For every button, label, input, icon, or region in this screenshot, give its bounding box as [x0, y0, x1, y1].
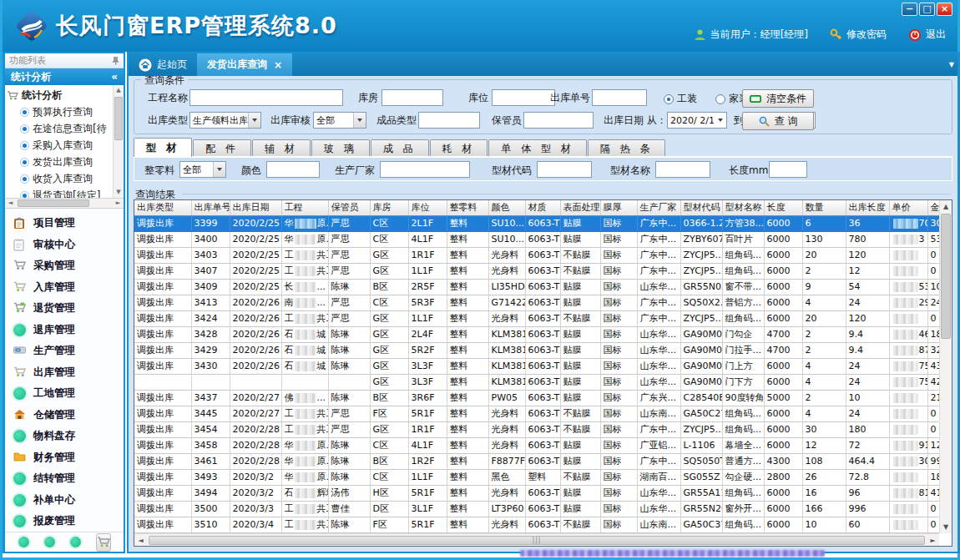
material-tab[interactable]: 型 材 — [134, 138, 192, 157]
scroll-left-icon[interactable]: ◄ — [134, 537, 147, 544]
material-tab[interactable]: 辅 材 — [252, 139, 311, 157]
table-row[interactable]: 调拨出库34242020/2/26工共工程严思G区1L1F整料光身料6063-T… — [134, 310, 952, 326]
sidebar-item-退货管理[interactable]: 退货管理 — [5, 298, 124, 320]
tree-item[interactable]: 预算执行查询 — [7, 103, 112, 120]
keeper-input[interactable] — [523, 112, 594, 129]
sidebar-item-仓储管理[interactable]: 仓储管理 — [5, 404, 124, 426]
sidebar-item-补单中心[interactable]: 补单中心 — [5, 489, 124, 511]
tree-item[interactable]: 采购入库查询 — [7, 137, 112, 154]
table-row[interactable]: 调拨出库34932020/3/2华原...陈琳C区1L1F整料黑色塑料不贴膜国标… — [134, 469, 952, 485]
length-input[interactable] — [769, 161, 807, 178]
column-header[interactable]: 表面处理 — [560, 200, 600, 215]
minimize-button[interactable]: − — [902, 3, 917, 16]
logout-button[interactable]: 退出 — [908, 28, 946, 42]
table-row[interactable]: 调拨出库34582020/2/28华原...陈琳C区4L1F整料光身料6063-… — [134, 437, 952, 453]
scrollbar-thumb[interactable]: ||| — [149, 536, 925, 545]
color-input[interactable] — [266, 161, 320, 178]
table-row[interactable]: 调拨出库33992020/2/25华原...严思C区2L1F整料SU10...6… — [134, 215, 952, 231]
sidebar-item-退库管理[interactable]: 退库管理 — [5, 319, 124, 341]
warehouse-input[interactable] — [381, 89, 443, 106]
whole-part-select[interactable]: 全部 — [179, 161, 226, 178]
scrollbar-thumb[interactable] — [941, 214, 951, 339]
scroll-right-icon[interactable]: ► — [113, 199, 124, 206]
sidebar-item-采购管理[interactable]: 采购管理 — [5, 255, 124, 277]
material-tab[interactable]: 隔 热 条 — [588, 139, 666, 157]
section-header-statistics[interactable]: 统计分析 « — [5, 68, 124, 85]
column-header[interactable]: 工程 — [281, 200, 328, 215]
table-row[interactable]: 调拨出库34282020/2/26石城陈琳G区2L4F整料KLM38176063… — [134, 326, 952, 342]
table-row[interactable]: 调拨出库34092020/2/25长...陈琳B区2R5F整料LI35HD606… — [134, 279, 952, 295]
table-row[interactable]: 调拨出库34452020/2/27工共工程严思F区5R1F整料光身料6063-T… — [134, 406, 952, 421]
search-button[interactable]: 查 询 — [742, 112, 814, 130]
location-input[interactable] — [492, 89, 555, 106]
maximize-button[interactable]: □ — [919, 3, 935, 16]
sidebar-item-入库管理[interactable]: 入库管理 — [5, 276, 124, 298]
order-no-input[interactable] — [592, 89, 647, 106]
table-row[interactable]: 调拨出库34132020/2/26南...严思C区5R3F整料G71422606… — [134, 295, 952, 310]
table-row[interactable]: 调拨出库34372020/2/27佛...陈琳B区3R6F整料PW056063-… — [134, 390, 952, 406]
scroll-down-icon[interactable]: ▼ — [940, 521, 952, 533]
radio-gongzhuang[interactable]: 工装 — [664, 92, 697, 106]
scroll-left-icon[interactable]: ◄ — [5, 199, 16, 206]
tree-item[interactable]: 退货查询[待定] — [7, 187, 112, 199]
table-row[interactable]: 调拨出库35102020/3/4工共工程陈琳F区5R1F整料光身料6063-T5… — [134, 517, 952, 532]
pin-icon[interactable] — [112, 56, 119, 65]
table-row[interactable]: 调拨出库34292020/2/26石城陈琳G区5R2F整料KLM38176063… — [134, 342, 952, 358]
material-tab[interactable]: 单 体 型 材 — [488, 139, 586, 157]
tree-vertical-scrollbar[interactable]: ▲ ▼ — [113, 85, 124, 198]
column-header[interactable]: 库位 — [408, 200, 447, 215]
table-row[interactable]: 调拨出库34612020/2/28华原...陈琳B区1R2F整料F8877FT6… — [134, 453, 952, 469]
clear-conditions-button[interactable]: 清空条件 — [742, 89, 814, 108]
scrollbar-thumb[interactable] — [114, 97, 123, 140]
sidebar-item-财务管理[interactable]: 财务管理 — [5, 446, 124, 468]
project-name-input[interactable] — [189, 89, 343, 106]
column-header[interactable]: 型材名称 — [722, 200, 764, 215]
column-header[interactable]: 出库日期 — [230, 200, 281, 215]
column-header[interactable]: 颜色 — [488, 200, 525, 215]
table-row[interactable]: 调拨出库35002020/3/3工共工程曹佳D区3L1F整料LT3P606063… — [134, 501, 952, 517]
grid-horizontal-scrollbar[interactable]: ◄ ||| ► — [134, 533, 939, 546]
column-header[interactable]: 整零料 — [447, 200, 488, 215]
column-header[interactable]: 长度 — [764, 200, 802, 215]
column-header[interactable]: 出库单号 — [191, 200, 230, 215]
column-header[interactable]: 膜厚 — [600, 200, 637, 215]
column-header[interactable]: 库房 — [370, 200, 408, 215]
table-row[interactable]: 调拨出库34542020/2/28工共工程严思G区1R1F整料光身料6063-T… — [134, 421, 952, 437]
tree-root-statistics[interactable]: 统计分析 — [7, 87, 112, 103]
profile-name-input[interactable] — [655, 161, 710, 178]
change-password-button[interactable]: 修改密码 — [830, 28, 887, 42]
module-dot-icon[interactable] — [44, 537, 55, 547]
scroll-up-icon[interactable]: ▲ — [940, 200, 952, 213]
sidebar-item-生产管理[interactable]: 生产管理 — [5, 341, 124, 362]
table-row[interactable]: 调拨出库34032020/2/25工共工程严思G区1R1F整料光身料6063-T… — [134, 247, 952, 263]
tab-close-icon[interactable]: × — [274, 59, 282, 71]
scroll-up-icon[interactable]: ▲ — [114, 85, 124, 96]
profile-code-input[interactable] — [537, 161, 592, 178]
column-header[interactable]: 数量 — [802, 200, 846, 215]
column-header[interactable]: 单价 — [889, 200, 927, 215]
sidebar-item-物料盘存[interactable]: 物料盘存 — [5, 426, 124, 447]
tree-item[interactable]: 收货入库查询 — [7, 170, 112, 187]
tab-home[interactable]: 起始页 — [129, 53, 197, 76]
tab-delivery-outbound-query[interactable]: 发货出库查询 × — [197, 53, 292, 76]
close-button[interactable]: × — [937, 3, 952, 16]
column-header[interactable]: 保管员 — [328, 200, 370, 215]
collapse-icon[interactable]: « — [111, 71, 118, 83]
scrollbar-thumb[interactable] — [18, 199, 89, 207]
sidebar-item-结转管理[interactable]: 结转管理 — [5, 468, 124, 490]
tree-item[interactable]: 发货出库查询 — [7, 154, 112, 170]
table-row[interactable]: G区3L3F整料KLM38176063-T5贴膜国标山东华...GA90M09.… — [134, 374, 952, 390]
table-row[interactable]: 调拨出库34002020/2/25华原...严思C区4L1F整料SU10...6… — [134, 231, 952, 247]
sidebar-item-工地管理[interactable]: 工地管理 — [5, 383, 124, 405]
tab-overflow-icon[interactable]: ▼ — [949, 61, 954, 68]
material-tab[interactable]: 配 件 — [193, 139, 251, 157]
tree-horizontal-scrollbar[interactable]: ◄ ► — [5, 199, 124, 209]
column-header[interactable]: 生产厂家 — [637, 200, 680, 215]
product-type-input[interactable] — [418, 112, 480, 129]
column-header[interactable]: 材质 — [525, 200, 560, 215]
outbound-type-select[interactable]: 生产领料出库 — [189, 112, 261, 129]
sidebar-item-审核中心[interactable]: 审核中心 — [5, 234, 124, 255]
column-header[interactable]: 出库类型 — [134, 200, 191, 215]
date-from-picker[interactable]: 2020/ 2/16 — [667, 112, 727, 129]
material-tab[interactable]: 耗 材 — [430, 139, 488, 157]
